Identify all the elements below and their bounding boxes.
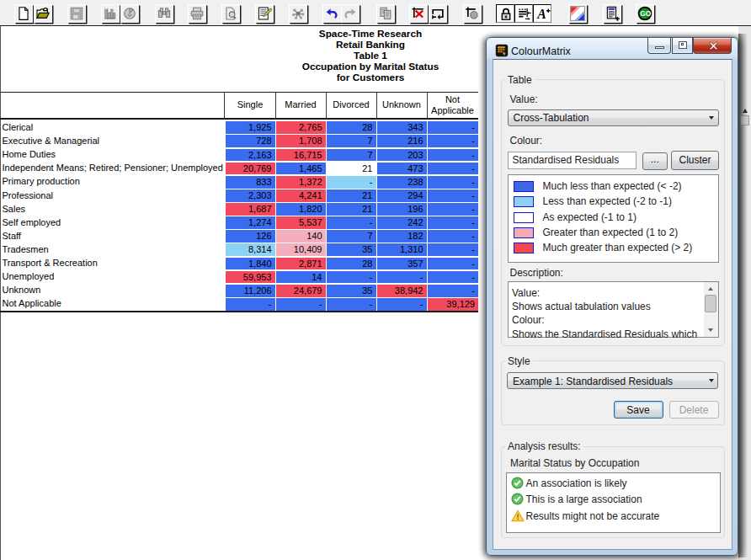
svg-text:GO: GO [640, 9, 652, 18]
svg-text:A: A [536, 7, 546, 21]
